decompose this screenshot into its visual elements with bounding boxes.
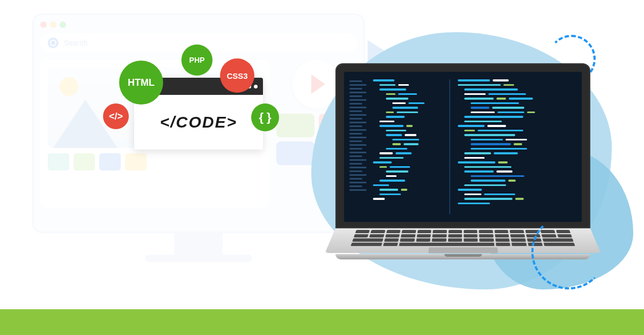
code-pane-right — [450, 79, 576, 214]
line-number-gutter — [349, 79, 371, 214]
laptop-trackpad — [428, 247, 498, 253]
html-badge: HTML — [119, 61, 163, 105]
thumbnail — [99, 153, 121, 170]
app-tile — [276, 142, 314, 165]
css3-badge: CSS3 — [220, 58, 254, 93]
laptop-screen-bezel — [335, 63, 590, 228]
traffic-light-yellow-icon — [50, 21, 56, 28]
html-badge-label: HTML — [128, 77, 155, 88]
code-editor-screen — [344, 72, 582, 222]
thumbnail — [74, 153, 95, 170]
window-dot-icon — [254, 85, 258, 88]
traffic-light-green-icon — [60, 21, 66, 28]
thumbnail-row — [48, 153, 261, 170]
braces-badge: { } — [251, 103, 279, 131]
code-tag-badge: </> — [103, 103, 129, 129]
search-icon — [48, 38, 58, 48]
play-triangle-icon — [311, 75, 325, 94]
code-window-group: PHP HTML CSS3 </> { } </CODE> — [134, 78, 263, 150]
code-pane-left — [371, 79, 450, 214]
dashed-arc-bottom — [531, 214, 606, 289]
braces-badge-label: { } — [259, 110, 271, 124]
window-traffic-lights — [40, 21, 357, 28]
css3-badge-label: CSS3 — [226, 71, 247, 80]
monitor-stand — [174, 233, 223, 255]
php-badge: PHP — [181, 44, 213, 76]
footer-green-bar — [0, 309, 644, 335]
code-window-body: </CODE> — [134, 95, 263, 150]
traffic-light-red-icon — [40, 21, 47, 28]
thumbnail — [48, 153, 69, 170]
thumbnail — [125, 153, 147, 170]
code-tag-badge-label: </> — [109, 111, 123, 122]
monitor-base — [145, 255, 252, 262]
php-badge-label: PHP — [189, 56, 205, 64]
app-tile — [276, 114, 314, 137]
search-placeholder: Search — [64, 39, 87, 47]
sun-icon — [60, 77, 78, 96]
